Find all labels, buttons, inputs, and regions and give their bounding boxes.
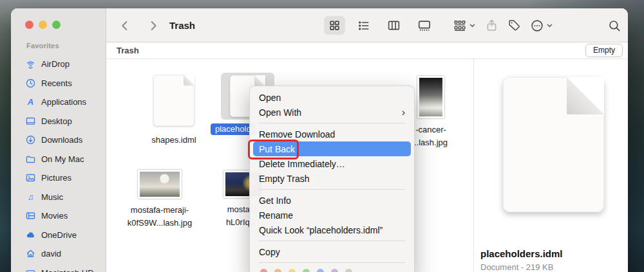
sidebar-item-label: Music	[41, 192, 63, 202]
menu-item-open[interactable]: Open	[253, 90, 411, 105]
sidebar-item-label: Pictures	[41, 173, 71, 183]
chevron-down-icon	[546, 22, 553, 29]
sidebar-item-macintosh-hd[interactable]: Macintosh HD	[11, 264, 106, 272]
pathbar: Trash Empty	[106, 42, 628, 59]
file-shapes-idml[interactable]: shapes.idml	[132, 75, 216, 147]
more-options-button[interactable]	[530, 19, 553, 33]
zoom-button[interactable]	[52, 21, 61, 29]
menu-item-rename[interactable]: Rename	[253, 208, 411, 222]
annotation-highlight-box	[248, 140, 299, 159]
preview-file-name: placeholders.idml	[480, 248, 621, 259]
sidebar-item-pictures[interactable]: Pictures	[11, 168, 106, 188]
sidebar-item-label: Recents	[41, 78, 72, 88]
sidebar-item-on-my-mac[interactable]: On My Mac	[11, 150, 106, 169]
tag-yellow-icon[interactable]	[289, 269, 296, 272]
submenu-arrow-icon: ›	[402, 107, 405, 118]
list-view-button[interactable]	[353, 16, 375, 35]
applications-icon: A	[25, 97, 36, 107]
gallery-view-icon	[417, 19, 431, 33]
music-icon: ♫	[25, 192, 36, 202]
sidebar-item-onedrive[interactable]: OneDrive	[11, 226, 106, 245]
sidebar-item-label: Movies	[41, 211, 68, 221]
window-title: Trash	[169, 8, 195, 42]
preview-pane: placeholders.idml Document - 219 KB	[473, 59, 628, 272]
clock-icon	[25, 78, 36, 89]
group-button[interactable]	[453, 19, 476, 33]
tag-purple-icon[interactable]	[331, 269, 338, 272]
file-name: -cancer- ..lash.jpg	[414, 123, 448, 149]
share-icon[interactable]	[485, 19, 498, 32]
sidebar: Favorites AirDrop Recents A Applications…	[11, 8, 106, 272]
image-thumbnail	[138, 170, 182, 199]
onedrive-cloud-icon	[25, 230, 36, 240]
file-name: shapes.idml	[151, 134, 196, 147]
sidebar-item-movies[interactable]: Movies	[11, 206, 106, 226]
menu-item-open-with[interactable]: Open With›	[253, 105, 411, 120]
ellipsis-circle-icon	[530, 19, 544, 33]
hard-drive-icon	[25, 267, 36, 272]
gallery-view-button[interactable]	[413, 15, 436, 36]
menu-separator	[259, 240, 405, 241]
menu-separator	[259, 123, 405, 123]
group-icon	[453, 19, 467, 33]
document-icon	[153, 75, 194, 126]
sidebar-item-recents[interactable]: Recents	[11, 74, 106, 93]
menu-item-copy[interactable]: Copy	[253, 244, 411, 259]
file-meraji-jpg[interactable]: mostafa-meraji- k0fS9W...lash.jpg	[118, 170, 202, 230]
column-view-button[interactable]	[383, 15, 405, 35]
airdrop-icon	[25, 59, 36, 69]
sidebar-item-label: Downloads	[41, 135, 82, 145]
sidebar-item-david[interactable]: david	[11, 244, 106, 264]
tag-orange-icon[interactable]	[274, 269, 281, 272]
menu-item-quick-look[interactable]: Quick Look “placeholders.idml”	[253, 222, 411, 237]
empty-trash-button[interactable]: Empty	[585, 44, 623, 57]
toolbar: Trash	[106, 8, 628, 42]
downloads-icon	[25, 134, 36, 145]
icon-view-button[interactable]	[324, 16, 345, 35]
back-button[interactable]	[118, 19, 132, 33]
file-name: mostafa-meraji- k0fS9W...lash.jpg	[128, 204, 192, 230]
traffic-lights	[11, 21, 106, 29]
sidebar-item-downloads[interactable]: Downloads	[11, 131, 106, 150]
preview-document-icon	[503, 77, 604, 212]
sidebar-item-label: Applications	[41, 97, 86, 107]
chevron-down-icon	[469, 22, 476, 29]
menu-separator	[259, 189, 405, 190]
pictures-icon	[25, 172, 36, 183]
list-view-icon	[357, 19, 370, 32]
preview-file-meta: Document - 219 KB	[480, 262, 621, 272]
tag-green-icon[interactable]	[303, 269, 310, 272]
close-button[interactable]	[25, 21, 33, 29]
search-icon[interactable]	[607, 19, 621, 33]
column-view-icon	[387, 19, 401, 32]
tag-red-icon[interactable]	[260, 269, 267, 272]
tag-colors-row	[250, 266, 414, 272]
forward-button[interactable]	[146, 19, 160, 33]
menu-separator	[259, 262, 405, 263]
sidebar-item-music[interactable]: ♫ Music	[11, 188, 106, 207]
sidebar-item-label: OneDrive	[41, 230, 77, 240]
context-menu: Open Open With› Remove Download Put Back…	[249, 86, 415, 272]
menu-item-empty-trash[interactable]: Empty Trash	[253, 171, 411, 186]
sidebar-item-label: david	[41, 249, 61, 258]
movies-icon	[25, 210, 36, 221]
desktop-icon	[25, 116, 36, 127]
sidebar-item-label: On My Mac	[41, 154, 84, 164]
sidebar-item-applications[interactable]: A Applications	[11, 93, 106, 112]
sidebar-item-desktop[interactable]: Desktop	[11, 112, 106, 131]
sidebar-item-label: Macintosh HD	[41, 268, 94, 272]
minimize-button[interactable]	[39, 21, 47, 29]
sidebar-section-favorites: Favorites	[26, 42, 106, 50]
tag-gray-icon[interactable]	[345, 269, 352, 272]
image-thumbnail	[417, 76, 444, 118]
sidebar-item-label: AirDrop	[41, 59, 70, 69]
sidebar-item-label: Desktop	[41, 116, 72, 126]
sidebar-item-airdrop[interactable]: AirDrop	[11, 55, 106, 74]
location-title: Trash	[117, 46, 139, 55]
home-icon	[25, 248, 36, 259]
folder-icon	[25, 154, 36, 165]
tag-blue-icon[interactable]	[317, 269, 324, 272]
grid-view-icon	[328, 19, 341, 32]
menu-item-get-info[interactable]: Get Info	[253, 193, 411, 208]
tag-icon[interactable]	[507, 19, 521, 32]
